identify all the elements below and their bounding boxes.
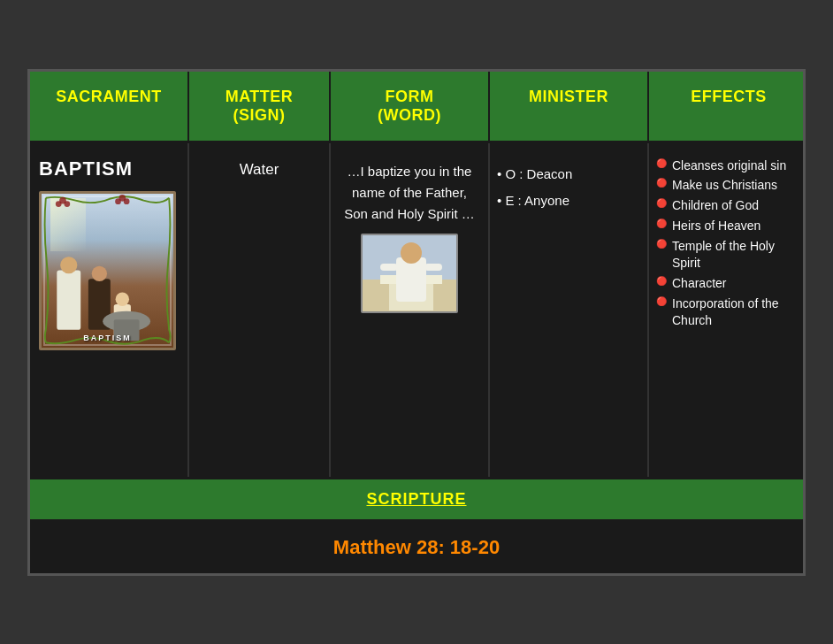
sacrament-title: BAPTISM xyxy=(39,157,179,180)
header-effects: EFFECTS xyxy=(649,72,806,141)
form-cell: …I baptize you in the name of the Father… xyxy=(331,143,490,477)
header-matter: MATTER (SIGN) xyxy=(189,72,331,141)
effect-item: 🔴Temple of the Holy Spirit xyxy=(656,238,799,272)
effect-item: 🔴Heirs of Heaven xyxy=(656,218,799,234)
svg-rect-18 xyxy=(396,257,426,302)
light-ray-decoration xyxy=(50,198,86,251)
effect-bullet-icon: 🔴 xyxy=(656,240,667,249)
effect-text: Children of God xyxy=(672,197,759,214)
baptism-image: BAPTISM xyxy=(39,191,176,350)
vine-border-svg xyxy=(42,194,173,347)
scripture-row: SCRIPTURE xyxy=(30,479,803,522)
effect-item: 🔴Cleanses original sin xyxy=(656,157,799,174)
svg-point-0 xyxy=(59,196,66,203)
header-minister: MINISTER xyxy=(490,72,649,141)
matthew-row: Matthew 28: 18-20 xyxy=(30,522,803,573)
svg-rect-21 xyxy=(424,264,442,271)
slide: SACRAMENT MATTER (SIGN) FORM (WORD) MINI… xyxy=(27,69,806,576)
svg-point-2 xyxy=(56,201,62,207)
effect-bullet-icon: 🔴 xyxy=(656,179,667,188)
effect-text: Incorporation of the Church xyxy=(672,295,799,329)
svg-point-12 xyxy=(103,310,150,331)
effect-item: 🔴Character xyxy=(656,275,799,292)
header-row: SACRAMENT MATTER (SIGN) FORM (WORD) MINI… xyxy=(30,72,803,143)
svg-point-19 xyxy=(401,242,422,264)
svg-point-4 xyxy=(124,198,130,204)
effect-bullet-icon: 🔴 xyxy=(656,199,667,208)
effect-bullet-icon: 🔴 xyxy=(656,219,667,228)
effect-bullet-icon: 🔴 xyxy=(656,297,667,306)
minister-line2: • E : Anyone xyxy=(497,188,638,214)
effect-item: 🔴Children of God xyxy=(656,197,799,214)
effect-text: Heirs of Heaven xyxy=(672,218,760,234)
svg-point-3 xyxy=(118,194,126,201)
effect-text: Temple of the Holy Spirit xyxy=(672,238,799,272)
priest-svg xyxy=(363,235,458,313)
form-image xyxy=(361,234,458,313)
effect-text: Cleanses original sin xyxy=(672,157,786,174)
effects-cell: 🔴Cleanses original sin🔴Make us Christian… xyxy=(649,143,806,477)
content-row: BAPTISM xyxy=(30,143,803,479)
header-sacrament: SACRAMENT xyxy=(30,72,189,141)
effect-bullet-icon: 🔴 xyxy=(656,277,667,286)
matter-text: Water xyxy=(240,161,279,178)
matthew-text: Matthew 28: 18-20 xyxy=(333,536,500,558)
svg-rect-20 xyxy=(380,264,398,271)
svg-point-1 xyxy=(64,201,70,207)
baptism-scene: BAPTISM xyxy=(42,194,173,348)
matter-cell: Water xyxy=(189,143,331,477)
effect-text: Character xyxy=(672,275,726,292)
svg-point-11 xyxy=(116,292,129,305)
scripture-label: SCRIPTURE xyxy=(366,490,466,508)
effect-text: Make us Christians xyxy=(672,177,777,194)
svg-rect-8 xyxy=(88,279,111,330)
header-form: FORM (WORD) xyxy=(331,72,490,141)
effect-item: 🔴Incorporation of the Church xyxy=(656,295,799,329)
form-text: …I baptize you in the name of the Father… xyxy=(340,161,479,225)
svg-point-9 xyxy=(92,265,107,280)
minister-cell: • O : Deacon • E : Anyone xyxy=(490,143,649,477)
effect-bullet-icon: 🔴 xyxy=(656,159,667,168)
minister-line1: • O : Deacon xyxy=(497,161,638,188)
svg-point-7 xyxy=(60,257,77,273)
sacrament-cell: BAPTISM xyxy=(30,143,189,477)
svg-point-5 xyxy=(115,198,121,204)
effect-item: 🔴Make us Christians xyxy=(656,177,799,194)
baptism-image-label: BAPTISM xyxy=(83,334,132,342)
svg-rect-6 xyxy=(57,270,80,329)
